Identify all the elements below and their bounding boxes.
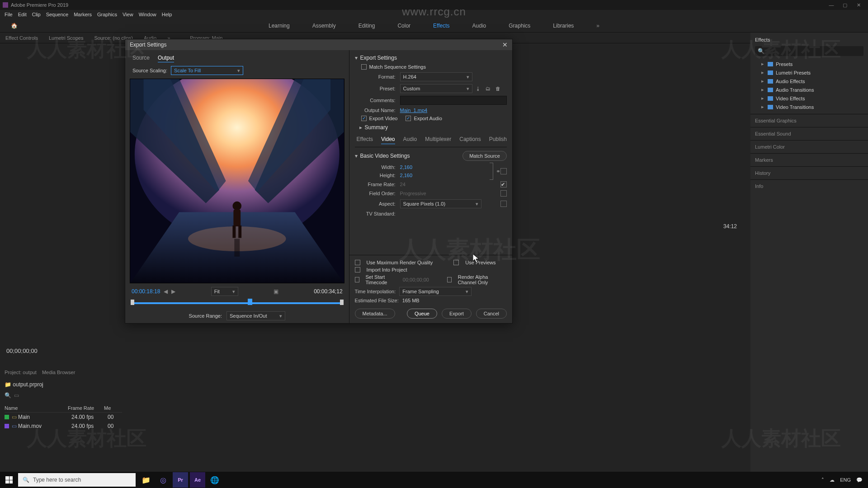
premiere-icon[interactable]: Pr (173, 472, 188, 488)
menu-edit[interactable]: Edit (15, 12, 29, 17)
home-icon[interactable]: 🏠 (6, 21, 22, 31)
tab-effects[interactable]: Effects (357, 136, 373, 144)
cancel-button[interactable]: Cancel (476, 309, 507, 319)
export-button[interactable]: Export (442, 309, 472, 319)
menu-sequence[interactable]: Sequence (43, 12, 71, 17)
file-explorer-icon[interactable]: 📁 (138, 472, 154, 488)
link-dimensions-icon[interactable]: ⚭ (496, 168, 500, 174)
menu-graphics[interactable]: Graphics (94, 12, 120, 17)
delete-preset-icon[interactable]: 🗑 (494, 84, 502, 93)
workspace-color[interactable]: Color (393, 21, 415, 31)
aspect-checkbox[interactable] (500, 201, 507, 207)
workspace-assembly[interactable]: Assembly (308, 21, 340, 31)
tab-media-browser[interactable]: Media Browser (42, 370, 75, 375)
tab-output[interactable]: Output (158, 55, 174, 62)
output-name-link[interactable]: Main_1.mp4 (400, 108, 428, 113)
aspect-dropdown[interactable]: Square Pixels (1.0) (400, 199, 481, 208)
height-value[interactable]: 2,160 (400, 173, 413, 178)
search-icon[interactable]: 🔍 (5, 392, 11, 399)
panel-essential-sound[interactable]: Essential Sound (750, 127, 868, 140)
collapse-bvs-icon[interactable]: ▾ (355, 153, 358, 159)
tree-audio-effects[interactable]: ▸Audio Effects (755, 77, 863, 85)
preview-in-timecode[interactable]: 00:00:18:18 (132, 288, 160, 295)
col-me[interactable]: Me (104, 405, 111, 411)
panel-lumetri-color[interactable]: Lumetri Color (750, 140, 868, 153)
preset-dropdown[interactable]: Custom (400, 84, 472, 93)
workspace-libraries[interactable]: Libraries (548, 21, 578, 31)
tree-video-effects[interactable]: ▸Video Effects (755, 94, 863, 103)
tree-lumetri-presets[interactable]: ▸Lumetri Presets (755, 68, 863, 77)
bin-icon[interactable]: ▭ (14, 392, 19, 399)
match-source-button[interactable]: Match Source (462, 151, 507, 161)
crop-icon[interactable]: ▣ (274, 288, 278, 295)
minimize-button[interactable]: — (825, 2, 838, 8)
time-interp-dropdown[interactable]: Frame Sampling (399, 287, 472, 296)
metadata-button[interactable]: Metadata... (355, 309, 395, 319)
in-handle[interactable] (131, 300, 134, 305)
col-frame-rate[interactable]: Frame Rate (68, 405, 104, 411)
tree-audio-transitions[interactable]: ▸Audio Transitions (755, 85, 863, 94)
render-alpha-checkbox[interactable] (447, 277, 452, 282)
start-button[interactable] (0, 472, 18, 488)
use-previews-checkbox[interactable] (453, 260, 459, 265)
workspace-overflow-icon[interactable]: » (592, 21, 604, 31)
menu-file[interactable]: File (2, 12, 15, 17)
tray-notifications-icon[interactable]: 💬 (856, 477, 863, 483)
tray-cloud-icon[interactable]: ☁ (830, 477, 835, 483)
import-into-project-checkbox[interactable] (355, 267, 360, 272)
step-back-icon[interactable]: ◀ (164, 288, 168, 295)
save-preset-icon[interactable]: ⭳ (474, 84, 482, 93)
tree-presets[interactable]: ▸Presets (755, 60, 863, 68)
expand-summary-icon[interactable]: ▸ (359, 124, 362, 131)
tab-audio[interactable]: Audio (403, 136, 417, 144)
tray-language[interactable]: ENG (840, 477, 851, 483)
workspace-audio[interactable]: Audio (468, 21, 491, 31)
frame-rate-checkbox[interactable]: ✔ (500, 181, 507, 188)
export-audio-checkbox[interactable] (406, 116, 411, 121)
app-icon[interactable]: ◎ (156, 472, 171, 488)
maximize-button[interactable]: ▢ (838, 2, 852, 8)
workspace-editing[interactable]: Editing (354, 21, 380, 31)
width-value[interactable]: 2,160 (400, 164, 413, 170)
format-dropdown[interactable]: H.264 (400, 72, 472, 81)
collapse-export-settings-icon[interactable]: ▾ (355, 55, 358, 61)
zoom-fit-dropdown[interactable]: Fit (211, 287, 238, 296)
import-preset-icon[interactable]: 🗂 (484, 84, 492, 93)
source-scaling-dropdown[interactable]: Scale To Fill (171, 66, 243, 75)
close-dialog-button[interactable]: ✕ (502, 41, 508, 48)
menu-view[interactable]: View (120, 12, 136, 17)
tab-project[interactable]: Project: output (5, 370, 37, 375)
table-row[interactable]: ▭ Main.mov 24.00 fps 00 (5, 422, 122, 431)
queue-button[interactable]: Queue (407, 309, 437, 319)
chrome-icon[interactable]: 🌐 (207, 472, 222, 488)
menu-window[interactable]: Window (136, 12, 159, 17)
table-row[interactable]: ▭ Main 24.00 fps 00 (5, 413, 122, 422)
export-video-checkbox[interactable] (361, 116, 367, 121)
panel-history[interactable]: History (750, 166, 868, 179)
max-render-quality-checkbox[interactable] (355, 260, 360, 265)
step-fwd-icon[interactable]: ▶ (171, 288, 175, 295)
workspace-graphics[interactable]: Graphics (504, 21, 535, 31)
tab-source[interactable]: Source (132, 55, 150, 62)
menu-help[interactable]: Help (159, 12, 175, 17)
lock-width-height-checkbox[interactable] (500, 168, 507, 174)
match-sequence-checkbox[interactable] (361, 64, 367, 70)
tab-captions[interactable]: Captions (459, 136, 481, 144)
comments-input[interactable] (400, 96, 507, 105)
menu-markers[interactable]: Markers (71, 12, 94, 17)
panel-markers[interactable]: Markers (750, 153, 868, 166)
taskbar-search-input[interactable]: 🔍 Type here to search (18, 473, 136, 487)
preview-scrub-bar[interactable] (130, 299, 344, 307)
tab-lumetri-scopes[interactable]: Lumetri Scopes (43, 35, 89, 41)
source-range-dropdown[interactable]: Sequence In/Out (226, 311, 285, 320)
tray-chevron-icon[interactable]: ˄ (821, 477, 824, 483)
tab-video[interactable]: Video (381, 136, 395, 144)
out-handle[interactable] (340, 300, 344, 305)
panel-essential-graphics[interactable]: Essential Graphics (750, 114, 868, 127)
tab-multiplexer[interactable]: Multiplexer (425, 136, 451, 144)
set-start-timecode-checkbox[interactable] (355, 277, 359, 282)
close-window-button[interactable]: ✕ (852, 2, 865, 8)
playhead[interactable] (248, 299, 252, 305)
after-effects-icon[interactable]: Ae (190, 472, 205, 488)
panel-info[interactable]: Info (750, 179, 868, 192)
